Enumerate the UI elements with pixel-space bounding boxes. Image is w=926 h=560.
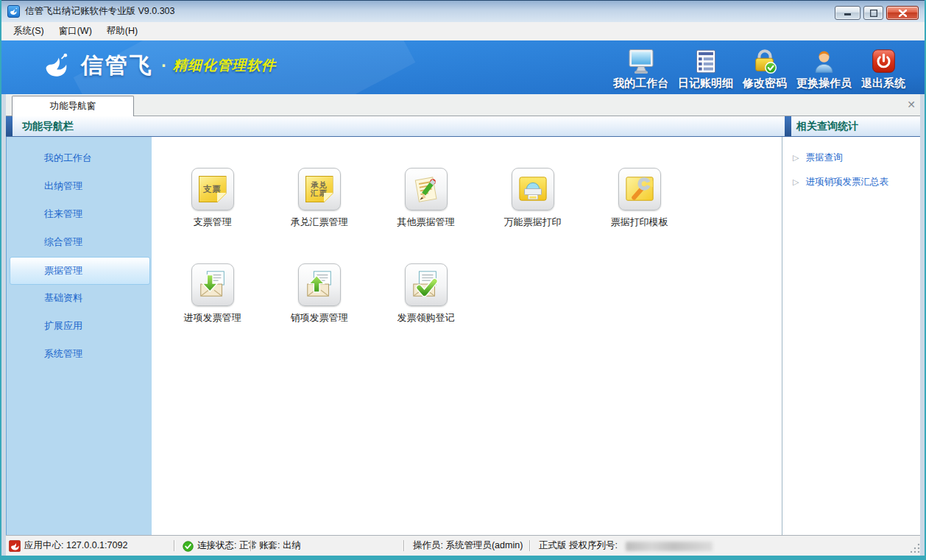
journal-icon	[693, 47, 719, 75]
wrench-template-icon	[618, 168, 661, 210]
minimize-button[interactable]	[835, 6, 860, 20]
sidebar-item-comprehensive[interactable]: 综合管理	[7, 229, 152, 257]
connection-ok-icon	[183, 541, 194, 555]
sidebar-item-bills[interactable]: 票据管理	[10, 257, 150, 285]
app-bill-print-template[interactable]: 票据打印模板	[586, 168, 693, 229]
application-window: 信管飞出纳记账软件专业版 V9.0.303 系统(S) 窗口(W) 帮助(H) …	[0, 0, 926, 560]
close-button[interactable]	[886, 6, 919, 20]
brand-name: 信管飞	[81, 51, 154, 81]
toolbar-change-password[interactable]: 修改密码	[743, 47, 787, 91]
sidebar-item-my-workbench[interactable]: 我的工作台	[7, 145, 152, 173]
serial-number-redacted	[626, 542, 713, 551]
acceptance-note-icon: 承兑 汇票	[298, 168, 341, 210]
toolbar-switch-operator[interactable]: 更换操作员	[796, 47, 852, 91]
related-panel: ▷ 票据查询 ▷ 进项销项发票汇总表	[782, 137, 920, 535]
title-bar: 信管飞出纳记账软件专业版 V9.0.303	[0, 1, 926, 22]
banner-toolbar: 我的工作台 日记账明细	[613, 45, 905, 91]
status-bar: 应用中心: 127.0.0.1:7092 连接状态: 正常 账套: 出纳 操作员…	[1, 535, 925, 556]
status-license: 正式版 授权序列号:	[539, 536, 618, 556]
printer-icon	[512, 168, 554, 210]
brand-banner: 信管飞 · 精细化管理软件 我的工作台	[1, 40, 925, 94]
invoice-out-icon	[298, 263, 341, 306]
window-inner-frame-left	[1, 94, 6, 556]
related-item-bill-query[interactable]: ▷ 票据查询	[782, 146, 920, 170]
app-universal-bill-printing[interactable]: 万能票据打印	[479, 168, 586, 229]
menu-help[interactable]: 帮助(H)	[99, 22, 145, 40]
app-acceptance-bill-management[interactable]: 承兑 汇票 承兑汇票管理	[266, 168, 372, 229]
sidebar-item-cashier[interactable]: 出纳管理	[7, 173, 152, 201]
window-frame-top	[0, 0, 926, 1]
monitor-icon	[626, 47, 656, 75]
triangle-bullet-icon: ▷	[793, 153, 799, 163]
tab-strip: 功能导航窗 ✕	[1, 94, 925, 116]
brand-swoosh-icon	[40, 50, 74, 81]
brand-swoosh-icon	[7, 5, 20, 18]
resize-grip[interactable]	[911, 543, 920, 553]
sidebar-item-basic-data[interactable]: 基础资料	[7, 285, 152, 313]
note-pencil-icon	[405, 168, 448, 210]
window-frame-bottom	[0, 556, 926, 560]
section-header-bar: 功能导航栏 相关查询统计	[1, 116, 925, 137]
invoice-in-icon	[191, 263, 234, 306]
brand-tagline: 精细化管理软件	[173, 56, 276, 75]
status-account-set: 账套: 出纳	[259, 536, 301, 556]
brand-separator: ·	[161, 55, 167, 76]
sidebar-item-extensions[interactable]: 扩展应用	[7, 313, 152, 341]
window-frame-left	[0, 0, 1, 560]
operator-icon	[811, 47, 837, 75]
tab-function-navigation[interactable]: 功能导航窗	[12, 96, 134, 116]
app-check-management[interactable]: 支票 支票管理	[159, 168, 266, 229]
nav-panel-header: 功能导航栏	[22, 116, 74, 136]
status-separator	[250, 540, 251, 551]
app-output-invoice-management[interactable]: 销项发票管理	[266, 263, 372, 325]
status-separator	[174, 540, 174, 551]
sidebar-item-system[interactable]: 系统管理	[7, 341, 152, 369]
toolbar-my-workbench[interactable]: 我的工作台	[613, 47, 668, 91]
window-title: 信管飞出纳记账软件专业版 V9.0.303	[25, 5, 175, 18]
invoice-register-icon	[405, 263, 448, 306]
toolbar-journal-detail[interactable]: 日记账明细	[678, 47, 733, 91]
status-connection: 连接状态: 正常	[197, 536, 258, 556]
sidebar-item-contacts[interactable]: 往来管理	[7, 201, 152, 229]
tab-close-icon[interactable]: ✕	[907, 97, 916, 112]
triangle-bullet-icon: ▷	[793, 177, 799, 187]
app-other-bills-management[interactable]: 其他票据管理	[372, 168, 479, 229]
app-invoice-purchase-registration[interactable]: 发票领购登记	[372, 263, 479, 325]
check-note-icon: 支票	[191, 168, 234, 210]
main-panel: 支票 支票管理 承兑 汇票 承兑汇票管理	[152, 137, 782, 535]
related-header-accent	[785, 116, 791, 136]
status-separator	[403, 540, 404, 551]
toolbar-exit-system[interactable]: 退出系统	[861, 47, 905, 91]
status-separator	[529, 540, 530, 551]
power-icon	[870, 47, 897, 75]
menu-window[interactable]: 窗口(W)	[52, 22, 99, 40]
status-operator: 操作员: 系统管理员(admin)	[413, 536, 523, 556]
app-input-invoice-management[interactable]: 进项发票管理	[159, 263, 266, 325]
nav-header-accent	[6, 116, 13, 136]
brand-logo-block: 信管飞 · 精细化管理软件	[40, 50, 276, 81]
maximize-button[interactable]	[863, 6, 883, 20]
menu-system[interactable]: 系统(S)	[6, 22, 52, 40]
related-item-invoice-summary[interactable]: ▷ 进项销项发票汇总表	[782, 170, 920, 194]
menu-bar: 系统(S) 窗口(W) 帮助(H)	[1, 22, 925, 40]
nav-sidebar: 我的工作台 出纳管理 往来管理 综合管理 票据管理 基础资料 扩展应用 系统管理	[6, 137, 152, 535]
app-center-icon	[9, 540, 21, 555]
status-app-center: 应用中心: 127.0.0.1:7092	[24, 536, 127, 556]
related-panel-header: 相关查询统计	[796, 116, 858, 136]
lock-check-icon	[751, 47, 779, 75]
